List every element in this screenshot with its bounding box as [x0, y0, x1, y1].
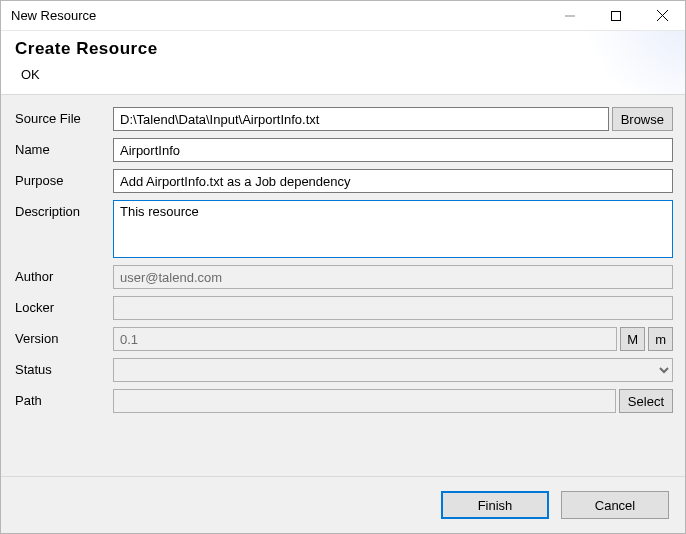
row-source-file: Source File Browse — [13, 107, 673, 131]
window-title: New Resource — [11, 8, 547, 23]
row-purpose: Purpose — [13, 169, 673, 193]
form-area: Source File Browse Name Purpose Descript… — [1, 95, 685, 476]
row-path: Path Select — [13, 389, 673, 413]
button-bar: Finish Cancel — [1, 477, 685, 533]
row-description: Description This resource — [13, 200, 673, 258]
titlebar: New Resource — [1, 1, 685, 31]
row-author: Author — [13, 265, 673, 289]
cancel-button[interactable]: Cancel — [561, 491, 669, 519]
header-region: Create Resource OK — [1, 31, 685, 95]
close-icon — [657, 10, 668, 21]
finish-button[interactable]: Finish — [441, 491, 549, 519]
label-purpose: Purpose — [13, 169, 113, 193]
purpose-input[interactable] — [113, 169, 673, 193]
window-controls — [547, 1, 685, 30]
close-button[interactable] — [639, 1, 685, 30]
row-name: Name — [13, 138, 673, 162]
label-author: Author — [13, 265, 113, 289]
minimize-icon — [565, 11, 575, 21]
version-major-button[interactable]: M — [620, 327, 645, 351]
label-version: Version — [13, 327, 113, 351]
browse-button[interactable]: Browse — [612, 107, 673, 131]
page-subtitle: OK — [15, 67, 671, 86]
path-input — [113, 389, 616, 413]
status-select[interactable] — [113, 358, 673, 382]
author-input — [113, 265, 673, 289]
name-input[interactable] — [113, 138, 673, 162]
label-locker: Locker — [13, 296, 113, 320]
maximize-button[interactable] — [593, 1, 639, 30]
label-status: Status — [13, 358, 113, 382]
label-path: Path — [13, 389, 113, 413]
version-minor-button[interactable]: m — [648, 327, 673, 351]
maximize-icon — [611, 11, 621, 21]
minimize-button[interactable] — [547, 1, 593, 30]
source-file-input[interactable] — [113, 107, 609, 131]
label-name: Name — [13, 138, 113, 162]
row-status: Status — [13, 358, 673, 382]
dialog-window: New Resource Create Resource OK Source F… — [0, 0, 686, 534]
path-select-button[interactable]: Select — [619, 389, 673, 413]
description-input[interactable]: This resource — [113, 200, 673, 258]
row-version: Version M m — [13, 327, 673, 351]
svg-rect-1 — [612, 11, 621, 20]
label-source-file: Source File — [13, 107, 113, 131]
version-input — [113, 327, 617, 351]
row-locker: Locker — [13, 296, 673, 320]
page-title: Create Resource — [15, 39, 671, 59]
locker-input — [113, 296, 673, 320]
label-description: Description — [13, 200, 113, 219]
